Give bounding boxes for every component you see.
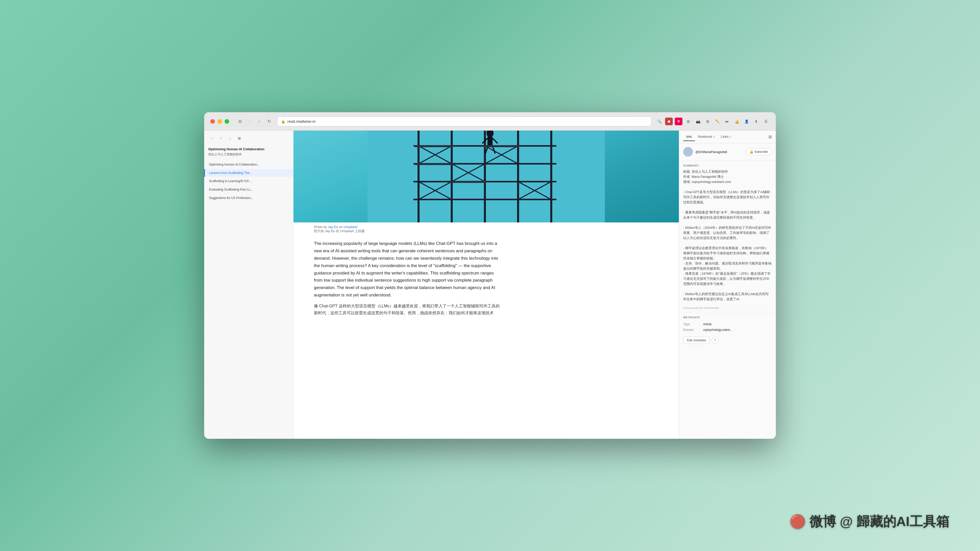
caption-author-link[interactable]: Jay Ee (328, 225, 338, 229)
summary-line-4: - Chat-GPT及等大型语言模型（LLMs）的普及为来了AI辅助写作工具的新… (683, 189, 772, 205)
sidebar-back-button[interactable]: ← (208, 135, 215, 142)
sidebar-title-en: Optimising Human-AI Collaboration (208, 147, 289, 151)
summary-line-2: 作者: Maria Panagiotidi 博士 (683, 174, 772, 179)
maximize-button[interactable] (224, 119, 229, 124)
sidebar-top-nav: ← ↑ ↓ ⊞ (204, 135, 293, 145)
author-name: @DrMariaPanagiotidi (695, 150, 727, 154)
extensions-icon[interactable]: ⊞ (684, 118, 692, 125)
expand-panel-button[interactable]: ⊞ (768, 135, 772, 139)
tab-links-label: Links (721, 135, 729, 138)
author-block: @DrMariaPanagiotidi 🔔 Subscribe (679, 143, 776, 160)
svg-rect-0 (368, 130, 605, 222)
summary-line-1: 标题: 优化人与人工智能的协作 (683, 169, 772, 174)
caption-zh: 照片由 Jay Ee 在 Unsplash 上拍摄 (314, 229, 365, 233)
reload-button[interactable]: ↻ (265, 118, 273, 125)
browser-titlebar: ⊟ ‹ › ↻ 🔒 read.readwise.io 🔍 ⏺ R ⊞ 📷 ⊞ ✏… (204, 112, 776, 130)
tab-links[interactable]: Links 0 (718, 133, 734, 141)
meta-type-value: Article (703, 322, 711, 326)
profile-icon[interactable]: 👤 (743, 118, 750, 125)
subscribe-label: Subscribe (754, 150, 768, 154)
lock-icon: 🔒 (281, 119, 285, 124)
meta-domain-key: Domain (683, 328, 701, 332)
watermark-handle: @ 歸藏的AI工具箱 (840, 514, 950, 529)
tab-notebook[interactable]: Notebook 0 (695, 133, 718, 141)
grid-icon[interactable]: ⊞ (704, 118, 711, 125)
skip-icon[interactable]: ⏭ (723, 118, 731, 125)
url-text: read.readwise.io (287, 119, 315, 124)
caption-platform-link[interactable]: Unsplash (344, 225, 357, 229)
article-paragraph-en: The increasing popularity of large langu… (314, 240, 503, 299)
sidebar-item-1[interactable]: Optimising Human-AI Collaboration... (204, 161, 293, 168)
left-sidebar: ← ↑ ↓ ⊞ Optimising Human-AI Collaboratio… (204, 130, 293, 439)
sidebar-down-button[interactable]: ↓ (227, 135, 234, 142)
sidebar-nav-items: Optimising Human-AI Collaboration... Les… (204, 161, 293, 202)
edit-metadata-button[interactable]: Edit metadata (683, 337, 710, 344)
sidebar-toggle-button[interactable]: ⊟ (236, 118, 244, 125)
record-icon[interactable]: ⏺ (665, 118, 673, 125)
metadata-type-row: Type Article (679, 321, 776, 327)
sidebar-up-button[interactable]: ↑ (218, 135, 224, 142)
sidebar-item-2[interactable]: Lessons from Scaffolding The... (204, 169, 293, 177)
menu-icon[interactable]: ☰ (762, 118, 770, 125)
tab-info[interactable]: Info (683, 133, 695, 141)
metadata-domain-row: Domain uxpsychology.subst... (679, 327, 776, 333)
download-icon[interactable]: ⬇ (752, 118, 760, 125)
author-avatar (683, 147, 693, 157)
metadata-section-title: METADATA (679, 315, 776, 321)
right-sidebar: Info Notebook 0 Links 0 ⊞ @DrMariaPanagi… (679, 130, 776, 439)
meta-domain-value: uxpsychology.subst... (703, 328, 732, 332)
caption-on: on (339, 225, 342, 229)
sidebar-title-zh: 优化人与人工智能的协作 (208, 152, 289, 157)
tab-notebook-label: Notebook (698, 135, 712, 138)
sidebar-title-block: Optimising Human-AI Collaboration 优化人与人工… (204, 145, 293, 161)
summary-line-8: - 支持、协作、解决问题、逐步取消支持和学习顺序是布鲁纳提出的脚手架的关键原则。 (683, 261, 772, 271)
scaffolding-illustration (293, 130, 679, 222)
screenshot-icon[interactable]: 📷 (694, 118, 702, 125)
watermark-icon: 🔴 (789, 514, 806, 529)
svg-rect-29 (450, 181, 486, 183)
svg-rect-26 (415, 145, 453, 147)
forward-button[interactable]: › (255, 118, 263, 125)
article-body: The increasing popularity of large langu… (293, 235, 523, 330)
traffic-lights (210, 119, 229, 124)
main-content: Photo by Jay Ee on Unsplash 照片由 Jay Ee 在… (293, 130, 679, 439)
right-sidebar-tabs: Info Notebook 0 Links 0 ⊞ (679, 130, 776, 143)
sidebar-expand-button[interactable]: ⊞ (236, 135, 243, 142)
back-button[interactable]: ‹ (245, 118, 254, 125)
help-button[interactable]: ? (712, 337, 718, 343)
minimize-button[interactable] (218, 119, 222, 124)
summary-line-5: - 重要考虑因素是"脚手架"水平，即AI提供的支持指导，涵盖从单个句子建议到生成… (683, 210, 772, 220)
tab-info-label: Info (686, 135, 692, 138)
toolbar-icons: 🔍 ⏺ R ⊞ 📷 ⊞ ✏️ ⏭ 🔔 👤 ⬇ ☰ (655, 118, 770, 125)
summary-content: 标题: 优化人与人工智能的协作 作者: Maria Panagiotidi 博士… (679, 169, 776, 305)
svg-rect-21 (487, 136, 493, 146)
summarized-by-label: Summarized by Ghostreader (679, 305, 776, 312)
sidebar-item-3[interactable]: Scaffolding in Learning学习中... (204, 177, 293, 185)
summary-line-7: - 脚手架理论在教育理论中有深厚根基，布鲁纳（1975年）将脚手架比喻为给予学习… (683, 246, 772, 261)
subscribe-button[interactable]: 🔔 Subscribe (746, 148, 772, 156)
summary-line-6: - Dhillon等人（2024年）的研究系统评估了不同AI支架对写作质量、用户… (683, 225, 772, 241)
edit-metadata-row: Edit metadata ? (679, 333, 776, 347)
summary-line-3: 领域: uxpsychology.substack.com (683, 179, 772, 184)
article-paragraph-zh: 像 Chat-GPT 这样的大型语言模型（LLMs）越来越受欢迎，将我们带入了一… (314, 303, 503, 316)
subscribe-icon: 🔔 (749, 150, 753, 154)
article-image (293, 130, 679, 222)
tab-notebook-badge: 0 (713, 135, 714, 138)
summary-line-10: - Dhillon等人的研究通过自定义AI集成工具对LLMs在共同写作任务中的脚… (683, 292, 772, 302)
edit-icon[interactable]: ✏️ (714, 118, 721, 125)
svg-rect-27 (415, 163, 453, 165)
address-bar[interactable]: 🔒 read.readwise.io (277, 117, 651, 126)
readwise-icon[interactable]: R (675, 118, 682, 125)
search-icon[interactable]: 🔍 (655, 118, 663, 125)
close-button[interactable] (210, 119, 215, 124)
metadata-section: METADATA Type Article Domain uxpsycholog… (679, 312, 776, 347)
browser-content: ← ↑ ↓ ⊞ Optimising Human-AI Collaboratio… (204, 130, 776, 439)
sidebar-item-5[interactable]: Suggestions for UX Profession... (204, 194, 293, 202)
sidebar-item-4[interactable]: Evaluating Scaffolding from LL... (204, 186, 293, 194)
watermark-platform: 微博 (810, 514, 840, 529)
meta-type-key: Type (683, 322, 701, 326)
tab-links-badge: 0 (730, 135, 731, 138)
caption-prefix: Photo by (314, 225, 327, 229)
image-caption: Photo by Jay Ee on Unsplash 照片由 Jay Ee 在… (293, 222, 679, 235)
notification-icon[interactable]: 🔔 (733, 118, 741, 125)
